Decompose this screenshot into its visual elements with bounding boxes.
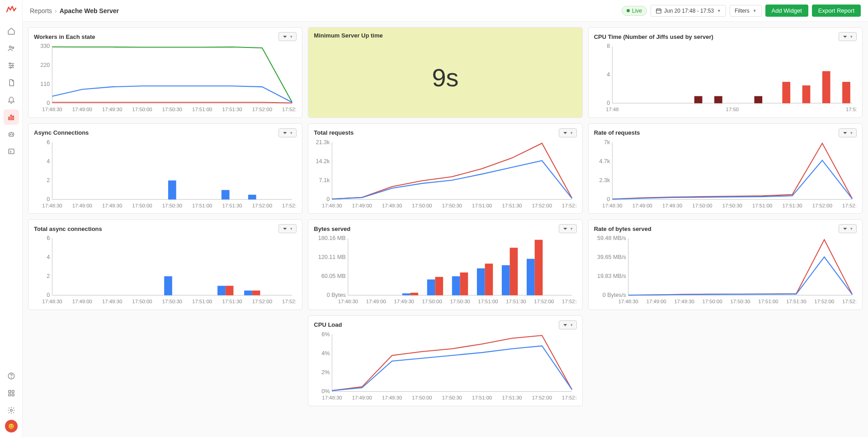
nav-apps-icon[interactable] — [4, 385, 19, 401]
nav-sliders-icon[interactable] — [4, 58, 19, 73]
svg-text:17:52:30: 17:52:30 — [562, 299, 576, 305]
svg-text:17:51:30: 17:51:30 — [222, 107, 242, 112]
svg-rect-51 — [714, 96, 722, 103]
live-label: Live — [632, 8, 642, 14]
svg-rect-10 — [13, 116, 14, 120]
svg-rect-151 — [535, 240, 543, 296]
svg-text:17:52:00: 17:52:00 — [252, 107, 272, 112]
card-cpu-time: CPU Time (Number of Jiffs used by server… — [588, 27, 863, 118]
svg-rect-50 — [694, 96, 702, 103]
svg-rect-149 — [485, 264, 493, 296]
card-filter-button[interactable]: ⏷▾ — [278, 32, 297, 41]
nav-reports-icon[interactable] — [4, 109, 19, 125]
card-filter-button[interactable]: ⏷▾ — [839, 32, 857, 41]
card-title: Minimum Server Up time — [314, 32, 382, 39]
card-filter-button[interactable]: ⏷▾ — [559, 224, 577, 233]
chevron-down-icon: ▾ — [850, 131, 853, 135]
chevron-down-icon: ▾ — [571, 323, 573, 327]
svg-rect-140 — [402, 293, 410, 295]
svg-text:17:52:30: 17:52:30 — [562, 395, 576, 400]
svg-text:17:49:30: 17:49:30 — [382, 395, 402, 400]
add-widget-button[interactable]: Add Widget — [765, 5, 808, 17]
svg-text:17:50:30: 17:50:30 — [162, 203, 182, 208]
svg-text:17:50:30: 17:50:30 — [730, 299, 750, 305]
svg-point-6 — [12, 65, 13, 66]
svg-text:17:51:30: 17:51:30 — [222, 299, 242, 305]
svg-rect-146 — [410, 293, 419, 296]
export-report-button[interactable]: Export Report — [812, 5, 861, 17]
svg-text:17:52:30: 17:52:30 — [282, 107, 297, 112]
svg-text:17:50:30: 17:50:30 — [442, 395, 462, 400]
svg-rect-124 — [252, 291, 260, 296]
svg-text:17:52:30: 17:52:30 — [842, 299, 857, 305]
svg-text:17:50:30: 17:50:30 — [442, 203, 462, 208]
uptime-value: 9s — [314, 42, 576, 114]
nav-users-icon[interactable] — [4, 41, 19, 56]
live-badge: Live — [622, 6, 647, 16]
svg-text:17:51:30: 17:51:30 — [506, 299, 526, 305]
timerange-picker[interactable]: Jun 20 17:48 - 17:53 ▼ — [651, 5, 726, 17]
svg-text:17:49:00: 17:49:00 — [632, 203, 652, 208]
svg-text:17:51:30: 17:51:30 — [786, 299, 806, 305]
svg-text:17:50:30: 17:50:30 — [162, 299, 182, 305]
svg-text:17:48:30: 17:48:30 — [322, 395, 342, 400]
svg-text:17:49:30: 17:49:30 — [394, 299, 414, 305]
svg-text:180.16 MB: 180.16 MB — [318, 236, 346, 241]
breadcrumb-root[interactable]: Reports — [30, 7, 52, 14]
svg-rect-23 — [656, 9, 661, 13]
card-filter-button[interactable]: ⏷▾ — [278, 128, 297, 137]
card-title: Total requests — [314, 129, 354, 136]
nav-bot-icon[interactable] — [4, 127, 19, 142]
svg-text:17:51:30: 17:51:30 — [502, 395, 522, 400]
svg-text:17:48:30: 17:48:30 — [42, 299, 62, 305]
card-filter-button[interactable]: ⏷▾ — [278, 224, 297, 233]
card-title: CPU Time (Number of Jiffs used by server… — [594, 33, 713, 40]
funnel-icon: ⏷ — [563, 322, 568, 328]
card-filter-button[interactable]: ⏷▾ — [839, 224, 857, 233]
chevron-down-icon: ▼ — [753, 9, 757, 13]
svg-text:17:49:30: 17:49:30 — [674, 299, 694, 305]
svg-text:17:51:00: 17:51:00 — [192, 299, 212, 305]
nav-settings-icon[interactable] — [4, 403, 19, 418]
svg-text:17:50:00: 17:50:00 — [132, 299, 152, 305]
svg-rect-142 — [452, 277, 460, 296]
user-avatar[interactable]: 😊 — [5, 420, 18, 432]
nav-bell-icon[interactable] — [4, 92, 19, 108]
svg-text:17:52:00: 17:52:00 — [252, 299, 272, 305]
filters-button[interactable]: Filters ▼ — [730, 5, 762, 17]
svg-rect-147 — [435, 277, 443, 296]
svg-rect-55 — [822, 71, 830, 103]
svg-point-0 — [9, 46, 11, 48]
card-filter-button[interactable]: ⏷▾ — [839, 128, 857, 137]
svg-rect-15 — [9, 149, 14, 154]
svg-text:7.1k: 7.1k — [319, 177, 330, 183]
svg-rect-144 — [502, 265, 510, 296]
svg-text:2%: 2% — [321, 369, 330, 376]
svg-rect-21 — [12, 394, 14, 396]
card-filter-button[interactable]: ⏷▾ — [559, 320, 577, 329]
svg-point-1 — [12, 47, 14, 49]
svg-text:17:49:30: 17:49:30 — [382, 203, 402, 208]
svg-text:21.3k: 21.3k — [316, 140, 330, 146]
nav-help-icon[interactable] — [4, 368, 19, 384]
svg-point-13 — [12, 134, 13, 135]
nav-document-icon[interactable] — [4, 75, 19, 90]
svg-text:17:51:00: 17:51:00 — [472, 203, 492, 208]
svg-text:17:50:30: 17:50:30 — [450, 299, 470, 305]
svg-text:17:49:30: 17:49:30 — [662, 203, 682, 208]
nav-home-icon[interactable] — [4, 23, 19, 39]
svg-text:17:52:00: 17:52:00 — [812, 203, 832, 208]
svg-text:4: 4 — [47, 254, 50, 260]
svg-text:6: 6 — [47, 140, 50, 146]
chevron-down-icon: ▾ — [571, 226, 573, 231]
chevron-down-icon: ▼ — [717, 9, 721, 13]
nav-terminal-icon[interactable] — [4, 144, 19, 159]
card-filter-button[interactable]: ⏷▾ — [559, 128, 577, 137]
svg-text:17:50:00: 17:50:00 — [702, 299, 722, 305]
svg-rect-150 — [510, 248, 518, 295]
card-title: Bytes served — [314, 226, 350, 232]
svg-text:17:51:30: 17:51:30 — [222, 203, 242, 208]
svg-point-7 — [10, 67, 11, 68]
svg-text:17:49:00: 17:49:00 — [72, 107, 92, 112]
svg-text:17:48:30: 17:48:30 — [338, 299, 358, 305]
